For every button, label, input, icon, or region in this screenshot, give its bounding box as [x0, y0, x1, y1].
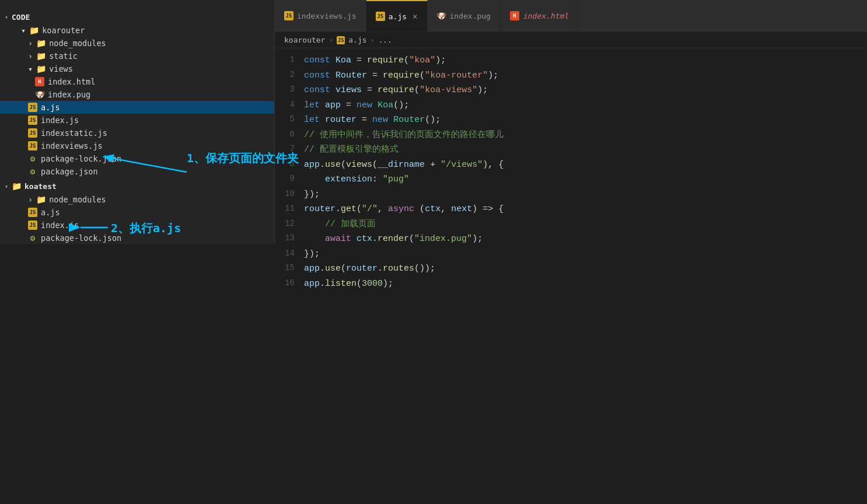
- line-content: app.use(views(__dirname + "/views"), {: [304, 158, 867, 173]
- sidebar: ▾ CODE ▾ 📁 koarouter › 📁 node_modules › …: [0, 0, 275, 504]
- breadcrumb-part: koarouter: [284, 36, 325, 44]
- chevron-right-icon: ›: [28, 38, 33, 48]
- code-editor[interactable]: 1const Koa = require("koa");2const Route…: [275, 48, 867, 504]
- code-line: 14});: [275, 247, 867, 262]
- line-number: 12: [275, 217, 304, 231]
- line-content: const Koa = require("koa");: [304, 53, 867, 68]
- code-line: 16app.listen(3000);: [275, 276, 867, 292]
- js-icon: JS: [28, 220, 37, 230]
- line-content: const views = require("koa-views");: [304, 83, 867, 98]
- tab-indexhtml[interactable]: H index.html: [501, 0, 578, 32]
- breadcrumb-part: ...: [378, 36, 391, 44]
- pug-icon: 🐶: [437, 11, 446, 20]
- folder-views[interactable]: ▾ 📁 views: [0, 62, 274, 75]
- file-label: a.js: [41, 208, 60, 217]
- line-number: 5: [275, 113, 304, 127]
- folder-label: views: [49, 64, 73, 74]
- line-content: await ctx.render("index.pug");: [304, 232, 867, 247]
- close-tab-button[interactable]: ×: [412, 12, 417, 21]
- tab-label: indexviews.js: [297, 12, 356, 20]
- file-label: index.js: [41, 220, 79, 230]
- file-koatest-index-js[interactable]: JS index.js: [0, 219, 274, 232]
- json-icon: ⚙: [28, 167, 37, 176]
- line-number: 1: [275, 53, 304, 67]
- folder-icon: 📁: [29, 26, 39, 35]
- breadcrumb: koarouter › JS a.js › ...: [275, 32, 867, 48]
- tab-label: a.js: [389, 12, 407, 21]
- file-label: index.js: [41, 116, 79, 125]
- code-line: 7// 配置模板引擎的格式: [275, 142, 867, 158]
- line-content: extension: "pug": [304, 172, 867, 187]
- breadcrumb-part: a.js: [348, 36, 366, 44]
- code-line: 11router.get("/", async (ctx, next) => {: [275, 202, 867, 217]
- folder-icon: 📁: [36, 195, 46, 204]
- folder-icon: 📁: [36, 38, 46, 48]
- line-number: 14: [275, 247, 304, 261]
- tab-ajs[interactable]: JS a.js ×: [366, 0, 428, 32]
- folder-node-modules[interactable]: › 📁 node_modules: [0, 37, 274, 50]
- code-line: 1const Koa = require("koa");: [275, 53, 867, 68]
- file-koatest-package-lock-json[interactable]: ⚙ package-lock.json: [0, 232, 274, 244]
- breadcrumb-separator: ›: [370, 36, 375, 44]
- line-number: 10: [275, 187, 304, 201]
- js-icon: JS: [28, 141, 37, 150]
- line-number: 13: [275, 232, 304, 246]
- folder-static[interactable]: › 📁 static: [0, 50, 274, 62]
- html-icon: H: [35, 77, 44, 86]
- chevron-down-icon: ▾: [5, 14, 8, 20]
- chevron-down-icon: ▾: [5, 183, 8, 190]
- file-index-html[interactable]: H index.html: [0, 75, 274, 88]
- code-line: 2const Router = require("koa-router");: [275, 68, 867, 83]
- file-indexstatic-js[interactable]: JS indexstatic.js: [0, 127, 274, 139]
- tabs-bar: JS indexviews.js JS a.js × 🐶 index.pug H…: [275, 0, 867, 32]
- line-content: app.listen(3000);: [304, 276, 867, 292]
- line-number: 9: [275, 172, 304, 186]
- file-label: package.json: [41, 167, 98, 176]
- js-icon: JS: [28, 116, 37, 125]
- file-label: indexstatic.js: [41, 128, 107, 138]
- tab-indexpug[interactable]: 🐶 index.pug: [428, 0, 501, 32]
- file-label: a.js: [41, 103, 60, 112]
- section-code-label: CODE: [12, 13, 30, 22]
- code-line: 15app.use(router.routes());: [275, 261, 867, 276]
- sidebar-header: [0, 0, 274, 9]
- html-icon: H: [510, 11, 519, 20]
- js-icon: JS: [284, 11, 293, 20]
- line-number: 16: [275, 276, 304, 290]
- line-number: 15: [275, 261, 304, 275]
- line-content: app.use(router.routes());: [304, 261, 867, 276]
- file-indexviews-js[interactable]: JS indexviews.js: [0, 139, 274, 152]
- folder-koarouter[interactable]: ▾ 📁 koarouter: [0, 24, 274, 37]
- folder-label: node_modules: [49, 38, 106, 48]
- file-label: package-lock.json: [41, 233, 121, 243]
- section-koatest-label: koatest: [25, 182, 57, 191]
- chevron-down-icon: ▾: [21, 26, 26, 35]
- line-content: let app = new Koa();: [304, 98, 867, 113]
- line-number: 7: [275, 142, 304, 156]
- code-line: 13 await ctx.render("index.pug");: [275, 232, 867, 247]
- section-koatest[interactable]: ▾ 📁 koatest: [0, 178, 274, 193]
- code-line: 3const views = require("koa-views");: [275, 83, 867, 98]
- code-line: 5let router = new Router();: [275, 113, 867, 128]
- line-number: 2: [275, 68, 304, 82]
- code-line: 12 // 加载页面: [275, 217, 867, 232]
- line-content: });: [304, 247, 867, 262]
- code-line: 8app.use(views(__dirname + "/views"), {: [275, 158, 867, 173]
- file-package-lock-json[interactable]: ⚙ package-lock.json: [0, 152, 274, 165]
- file-index-js[interactable]: JS index.js: [0, 114, 274, 127]
- file-label: indexviews.js: [41, 141, 103, 150]
- line-content: // 使用中间件，告诉我们的页面文件的路径在哪儿: [304, 128, 867, 143]
- file-package-json[interactable]: ⚙ package.json: [0, 165, 274, 178]
- code-line: 10});: [275, 187, 867, 202]
- folder-icon: 📁: [36, 64, 46, 74]
- folder-koatest-node-modules[interactable]: › 📁 node_modules: [0, 193, 274, 206]
- json-icon: ⚙: [28, 233, 37, 243]
- file-index-pug[interactable]: 🐶 index.pug: [0, 88, 274, 101]
- file-koatest-a-js[interactable]: JS a.js: [0, 206, 274, 219]
- section-code[interactable]: ▾ CODE: [0, 9, 274, 24]
- folder-icon: 📁: [36, 51, 46, 61]
- code-line: 9 extension: "pug": [275, 172, 867, 187]
- line-number: 8: [275, 158, 304, 172]
- file-a-js[interactable]: JS a.js: [0, 101, 274, 114]
- tab-indexviews[interactable]: JS indexviews.js: [275, 0, 366, 32]
